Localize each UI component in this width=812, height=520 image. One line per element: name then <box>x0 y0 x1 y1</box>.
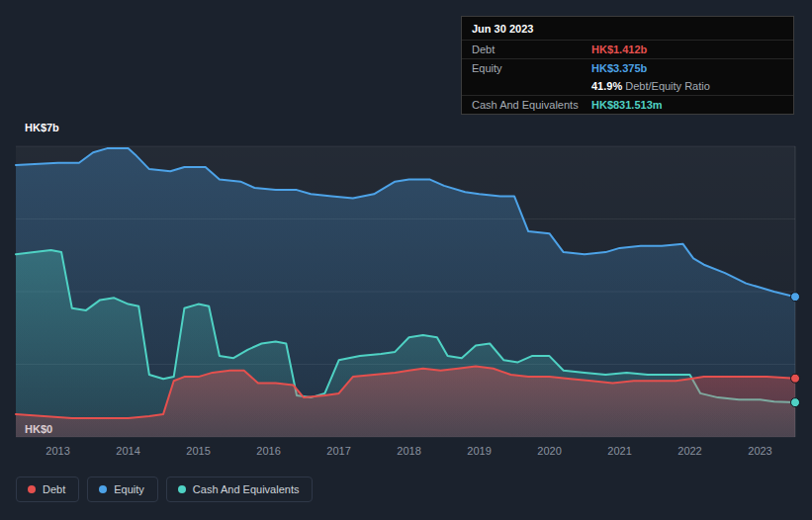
x-tick-2021: 2021 <box>607 445 631 457</box>
x-tick-2015: 2015 <box>186 445 210 457</box>
tooltip-row-ratio: 41.9% Debt/Equity Ratio <box>462 77 793 95</box>
legend-item-debt-label: Debt <box>43 483 65 495</box>
legend-item-equity[interactable]: Equity <box>87 477 158 502</box>
tooltip-row-debt: Debt HK$1.412b <box>462 41 793 59</box>
tooltip-row-equity: Equity HK$3.375b <box>462 59 793 77</box>
tooltip-ratio-value: 41.9% <box>591 80 622 92</box>
x-tick-2020: 2020 <box>537 445 561 457</box>
x-tick-2017: 2017 <box>326 445 350 457</box>
tooltip-cash-label: Cash And Equivalents <box>472 99 591 111</box>
legend-item-cash-label: Cash And Equivalents <box>193 483 300 495</box>
debt-dot-icon <box>28 485 36 493</box>
legend-item-equity-label: Equity <box>114 483 144 495</box>
tooltip-debt-label: Debt <box>472 43 591 55</box>
tooltip-row-cash: Cash And Equivalents HK$831.513m <box>462 95 793 114</box>
tooltip-cash-value: HK$831.513m <box>591 99 663 111</box>
tooltip-equity-value: HK$3.375b <box>591 62 647 74</box>
tooltip-debt-value: HK$1.412b <box>591 43 647 55</box>
chart-canvas[interactable] <box>16 138 795 437</box>
x-tick-2018: 2018 <box>397 445 420 457</box>
legend-item-cash[interactable]: Cash And Equivalents <box>166 477 314 502</box>
tooltip: Jun 30 2023 Debt HK$1.412b Equity HK$3.3… <box>461 16 794 115</box>
tooltip-date: Jun 30 2023 <box>462 17 793 41</box>
x-tick-2022: 2022 <box>677 445 701 457</box>
tooltip-ratio-label: Debt/Equity Ratio <box>622 80 710 92</box>
y-axis-label-top: HK$7b <box>25 122 59 133</box>
x-axis: 2013201420152016201720182019202020212022… <box>0 445 812 461</box>
x-tick-2023: 2023 <box>748 445 771 457</box>
legend: Debt Equity Cash And Equivalents <box>16 477 313 502</box>
x-tick-2019: 2019 <box>467 445 491 457</box>
x-tick-2013: 2013 <box>45 445 69 457</box>
cash-dot-icon <box>178 485 186 493</box>
legend-item-debt[interactable]: Debt <box>16 477 79 502</box>
x-tick-2014: 2014 <box>116 445 139 457</box>
x-tick-2016: 2016 <box>256 445 280 457</box>
equity-dot-icon <box>99 485 107 493</box>
tooltip-equity-label: Equity <box>472 62 591 74</box>
